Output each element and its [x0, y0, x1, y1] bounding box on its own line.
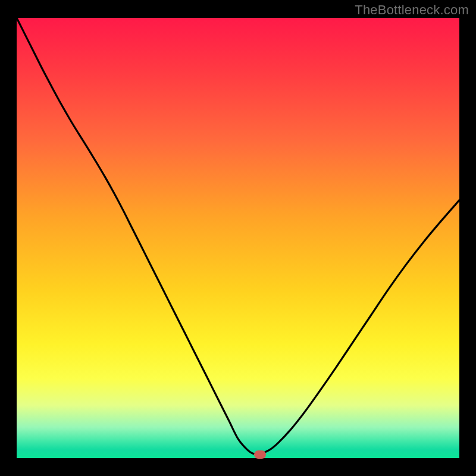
chart-frame: TheBottleneck.com	[0, 0, 476, 476]
curve-svg	[17, 18, 459, 458]
bottleneck-curve	[17, 18, 459, 454]
watermark-text: TheBottleneck.com	[355, 2, 469, 18]
plot-area	[17, 18, 459, 458]
minimum-marker	[254, 450, 266, 459]
